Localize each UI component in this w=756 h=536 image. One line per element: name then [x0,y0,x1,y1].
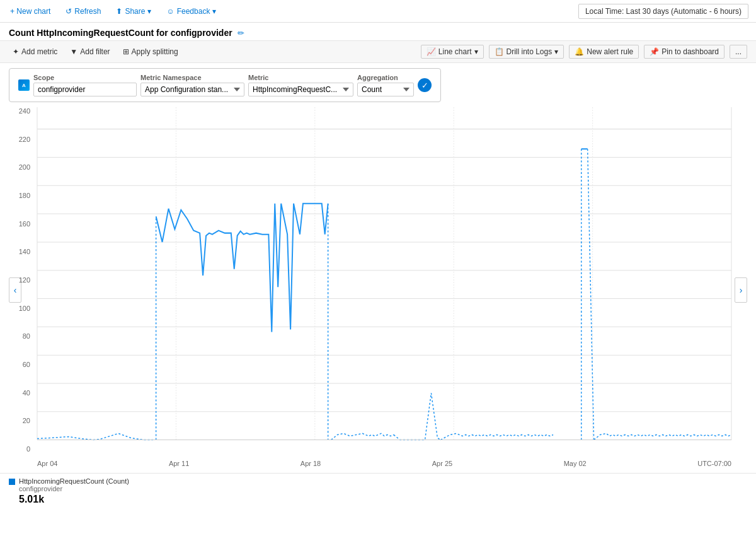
add-metric-button[interactable]: ✦ Add metric [9,45,61,58]
y-label-100: 100 [9,305,34,312]
legend-series-name: HttpIncomingRequestCount (Count) [19,477,129,485]
chart-inner [37,107,731,454]
apply-splitting-button[interactable]: ⊞ Apply splitting [119,45,182,58]
alert-icon: 🔔 [575,47,584,56]
feedback-chevron-icon: ▾ [212,7,216,16]
share-button[interactable]: ⬆ Share ▾ [113,6,154,17]
toolbar-left: ✦ Add metric ▼ Add filter ⊞ Apply splitt… [9,45,182,58]
metric-config-row: A Scope Metric Namespace App Configurati… [9,68,441,102]
namespace-field: Metric Namespace App Configuration stan.… [140,74,244,96]
new-chart-button[interactable]: + New chart [8,6,53,17]
line-chart-svg [37,107,731,454]
y-label-60: 60 [9,361,34,368]
legend-color-swatch [9,479,15,485]
y-label-200: 200 [9,163,34,171]
chart-title-bar: Count HttpIncomingRequestCount for confi… [0,23,756,40]
refresh-icon: ↺ [66,7,72,16]
scope-field: Scope [33,74,137,96]
more-options-button[interactable]: ... [730,45,747,59]
x-label-apr04: Apr 04 [37,460,57,467]
new-alert-rule-button[interactable]: 🔔 New alert rule [569,45,639,59]
top-bar-left: + New chart ↺ Refresh ⬆ Share ▾ ☺ Feedba… [8,6,219,17]
logs-icon: 📋 [495,47,504,56]
top-bar: + New chart ↺ Refresh ⬆ Share ▾ ☺ Feedba… [0,0,756,23]
line-chart-icon: 📈 [427,47,436,56]
y-axis: 0 20 40 60 80 100 120 140 160 180 200 22… [9,107,34,454]
y-label-80: 80 [9,332,34,340]
metric-label: Metric [248,74,353,81]
add-metric-icon: ✦ [13,47,19,56]
y-label-240: 240 [9,107,34,115]
y-label-160: 160 [9,220,34,228]
filter-icon: ▼ [70,47,77,56]
refresh-button[interactable]: ↺ Refresh [63,6,103,17]
scope-resource-icon: A [18,79,30,91]
x-label-utc: UTC-07:00 [697,460,731,467]
aggregation-label: Aggregation [357,74,414,81]
toolbar-right: 📈 Line chart ▾ 📋 Drill into Logs ▾ 🔔 New… [421,45,747,59]
pin-to-dashboard-button[interactable]: 📌 Pin to dashboard [644,45,724,59]
x-label-may02: May 02 [564,460,587,467]
edit-chart-title-icon[interactable]: ✏ [238,28,244,38]
legend-bar: HttpIncomingRequestCount (Count) configp… [0,473,756,509]
x-label-apr11: Apr 11 [169,460,189,467]
x-axis: Apr 04 Apr 11 Apr 18 Apr 25 May 02 UTC-0… [37,454,731,473]
y-label-40: 40 [9,389,34,397]
y-label-120: 120 [9,276,34,284]
logs-chevron-icon: ▾ [554,47,558,56]
chart-title: Count HttpIncomingRequestCount for confi… [9,28,232,38]
legend-text: HttpIncomingRequestCount (Count) configp… [19,477,129,505]
y-label-0: 0 [9,445,34,453]
y-label-180: 180 [9,192,34,199]
toolbar: ✦ Add metric ▼ Add filter ⊞ Apply splitt… [0,40,756,63]
x-label-apr18: Apr 18 [301,460,321,467]
feedback-icon: ☺ [166,7,174,16]
share-chevron-icon: ▾ [147,7,151,16]
feedback-button[interactable]: ☺ Feedback ▾ [164,6,219,17]
y-label-20: 20 [9,417,34,424]
drill-into-logs-button[interactable]: 📋 Drill into Logs ▾ [489,45,564,59]
namespace-select[interactable]: App Configuration stan... [140,83,244,96]
scope-label: Scope [33,74,137,81]
y-label-140: 140 [9,248,34,255]
share-icon: ⬆ [116,7,122,16]
chart-nav-right[interactable]: › [735,277,747,303]
split-icon: ⊞ [123,47,129,56]
metric-field: Metric HttpIncomingRequestC... [248,74,353,96]
add-filter-button[interactable]: ▼ Add filter [66,45,113,58]
line-chart-button[interactable]: 📈 Line chart ▾ [421,45,484,59]
x-label-apr25: Apr 25 [432,460,452,467]
pin-icon: 📌 [650,47,659,56]
y-label-220: 220 [9,136,34,143]
metric-select[interactable]: HttpIncomingRequestC... [248,83,353,96]
aggregation-select[interactable]: Count [357,83,414,96]
scope-input[interactable] [33,83,137,96]
chart-area: ‹ › 0 20 40 60 80 100 120 140 160 180 20… [9,107,747,473]
namespace-label: Metric Namespace [140,74,244,81]
confirm-metric-button[interactable]: ✓ [418,78,432,92]
line-chart-chevron-icon: ▾ [474,47,478,56]
legend-series-sub: configprovider [19,485,129,492]
aggregation-field: Aggregation Count [357,74,414,96]
legend-series-value: 5.01k [19,494,129,505]
time-range-selector[interactable]: Local Time: Last 30 days (Automatic - 6 … [578,4,748,19]
